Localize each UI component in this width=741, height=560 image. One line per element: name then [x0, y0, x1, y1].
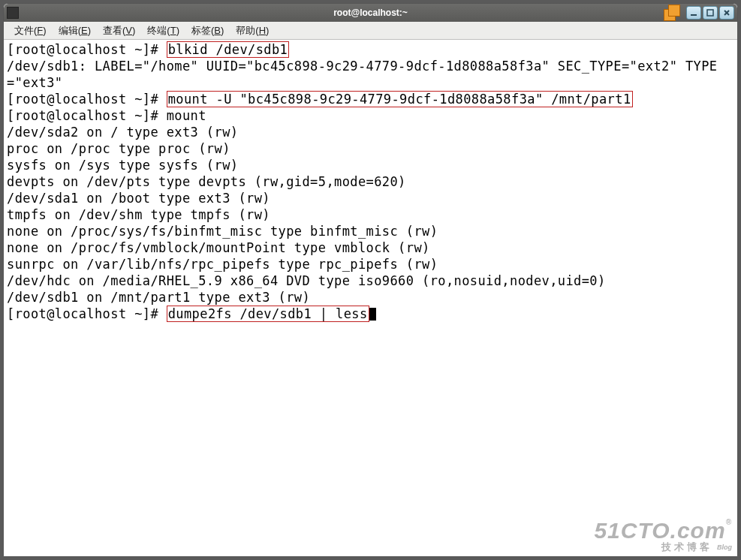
terminal-window: root@localhost:~ 文件(F) 编辑(E) 查看(V) 终端(T)…	[3, 3, 738, 557]
mount-line: none on /proc/sys/fs/binfmt_misc type bi…	[7, 224, 438, 239]
mount-line: sysfs on /sys type sysfs (rw)	[7, 158, 238, 173]
svg-rect-1	[707, 10, 713, 16]
menubar: 文件(F) 编辑(E) 查看(V) 终端(T) 标签(B) 帮助(H)	[4, 22, 737, 40]
prompt: [root@localhost ~]#	[7, 42, 167, 57]
close-button[interactable]	[719, 6, 734, 20]
prompt: [root@localhost ~]#	[7, 92, 167, 107]
mount-line: tmpfs on /dev/shm type tmpfs (rw)	[7, 207, 270, 222]
menu-view[interactable]: 查看(V)	[97, 23, 141, 39]
highlighted-command-3: dumpe2fs /dev/sdb1 | less	[167, 306, 369, 322]
command-mount: mount	[167, 108, 206, 123]
menu-terminal[interactable]: 终端(T)	[141, 23, 185, 39]
mount-line: /dev/sda1 on /boot type ext3 (rw)	[7, 191, 270, 206]
highlighted-command-1: blkid /dev/sdb1	[167, 41, 290, 58]
mount-line: /dev/sdb1 on /mnt/part1 type ext3 (rw)	[7, 290, 310, 305]
prompt: [root@localhost ~]#	[7, 306, 167, 321]
terminal-icon	[7, 7, 19, 19]
highlighted-command-2: mount -U "bc45c898-9c29-4779-9dcf-1d8088…	[167, 91, 633, 107]
titlebar[interactable]: root@localhost:~	[4, 4, 737, 22]
stack-icon	[664, 5, 680, 21]
maximize-button[interactable]	[703, 6, 718, 20]
menu-tabs[interactable]: 标签(B)	[185, 23, 230, 39]
mount-line: /dev/hdc on /media/RHEL_5.9 x86_64 DVD t…	[7, 273, 606, 288]
mount-line: sunrpc on /var/lib/nfs/rpc_pipefs type r…	[7, 257, 438, 272]
terminal-output[interactable]: [root@localhost ~]# blkid /dev/sdb1 /dev…	[4, 40, 737, 556]
prompt: [root@localhost ~]#	[7, 108, 167, 123]
window-title: root@localhost:~	[4, 8, 737, 18]
menu-help[interactable]: 帮助(H)	[230, 23, 275, 39]
mount-line: devpts on /dev/pts type devpts (rw,gid=5…	[7, 174, 406, 189]
cursor-icon	[369, 308, 376, 321]
mount-line: none on /proc/fs/vmblock/mountPoint type…	[7, 240, 430, 255]
menu-file[interactable]: 文件(F)	[8, 23, 53, 39]
mount-line: proc on /proc type proc (rw)	[7, 141, 230, 156]
output-blkid: /dev/sdb1: LABEL="/home" UUID="bc45c898-…	[7, 59, 718, 90]
mount-line: /dev/sda2 on / type ext3 (rw)	[7, 125, 238, 140]
menu-edit[interactable]: 编辑(E)	[53, 23, 97, 39]
minimize-button[interactable]	[686, 6, 701, 20]
